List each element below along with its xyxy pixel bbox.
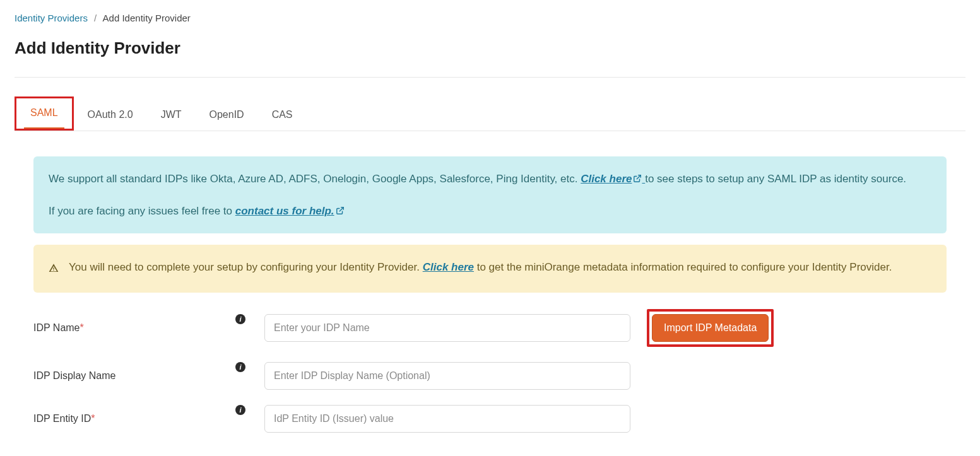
breadcrumb: Identity Providers / Add Identity Provid… xyxy=(15,13,965,23)
external-link-icon xyxy=(633,174,642,183)
info-link-setup-steps[interactable]: Click here xyxy=(581,173,645,185)
info-icon[interactable]: i xyxy=(235,405,245,415)
idp-name-input[interactable] xyxy=(264,314,630,342)
label-idp-display-name: IDP Display Name xyxy=(33,370,235,382)
info-banner: We support all standard IDPs like Okta, … xyxy=(33,156,947,233)
content-area: We support all standard IDPs like Okta, … xyxy=(15,156,965,433)
required-asterisk: * xyxy=(91,413,95,424)
warn-text-1: You will need to complete your setup by … xyxy=(69,261,423,273)
breadcrumb-separator: / xyxy=(94,13,97,23)
required-asterisk: * xyxy=(80,322,84,333)
info-icon[interactable]: i xyxy=(235,314,245,324)
tab-cas[interactable]: CAS xyxy=(258,100,307,131)
warn-link-metadata[interactable]: Click here xyxy=(423,261,474,273)
external-link-icon xyxy=(336,206,345,215)
import-idp-metadata-button[interactable]: Import IDP Metadata xyxy=(652,314,769,342)
label-text: IDP Display Name xyxy=(33,370,115,381)
info-link-contact[interactable]: contact us for help. xyxy=(235,205,345,217)
info-link-contact-label: contact us for help. xyxy=(235,205,334,217)
idp-display-name-input[interactable] xyxy=(264,362,630,390)
label-idp-name: IDP Name* xyxy=(33,322,235,334)
import-button-highlight: Import IDP Metadata xyxy=(647,309,774,347)
label-idp-entity-id: IDP Entity ID* xyxy=(33,413,235,424)
warn-text-2: to get the miniOrange metadata informati… xyxy=(477,261,892,273)
info-icon[interactable]: i xyxy=(235,362,245,372)
info-text-1: We support all standard IDPs like Okta, … xyxy=(49,173,581,185)
idp-form: IDP Name* i Import IDP Metadata IDP Disp… xyxy=(33,309,947,433)
tab-saml[interactable]: SAML xyxy=(15,96,74,131)
breadcrumb-current: Add Identity Provider xyxy=(103,13,191,23)
warning-banner: You will need to complete your setup by … xyxy=(33,245,947,292)
row-idp-display-name: IDP Display Name i xyxy=(33,362,947,390)
divider xyxy=(15,77,965,78)
warning-icon xyxy=(49,261,59,278)
page-title: Add Identity Provider xyxy=(15,38,965,58)
tab-openid[interactable]: OpenID xyxy=(196,100,258,131)
info-text-3: If you are facing any issues feel free t… xyxy=(49,205,235,217)
tab-oauth[interactable]: OAuth 2.0 xyxy=(74,100,147,131)
tabs: SAML OAuth 2.0 JWT OpenID CAS xyxy=(15,96,965,131)
tab-jwt[interactable]: JWT xyxy=(147,100,196,131)
row-idp-entity-id: IDP Entity ID* i xyxy=(33,405,947,433)
label-text: IDP Name xyxy=(33,322,80,333)
breadcrumb-root-link[interactable]: Identity Providers xyxy=(15,13,88,23)
idp-entity-id-input[interactable] xyxy=(264,405,630,433)
info-text-2: to see steps to setup any SAML IDP as id… xyxy=(645,173,906,185)
row-idp-name: IDP Name* i Import IDP Metadata xyxy=(33,309,947,347)
info-link-label: Click here xyxy=(581,173,632,185)
label-text: IDP Entity ID xyxy=(33,413,91,424)
